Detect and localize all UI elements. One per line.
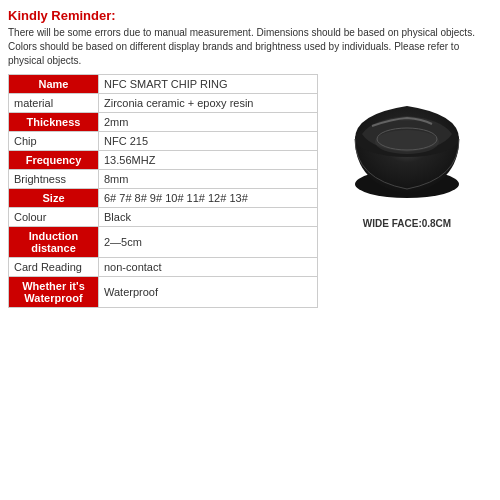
row-value-6: 6# 7# 8# 9# 10# 11# 12# 13# [99,189,318,208]
table-row: materialZirconia ceramic + epoxy resin [9,94,318,113]
row-label-3: Chip [9,132,99,151]
row-label-4: Frequency [9,151,99,170]
row-label-8: Induction distance [9,227,99,258]
main-container: Kindly Reminder: There will be some erro… [0,0,500,500]
row-value-3: NFC 215 [99,132,318,151]
table-row: Induction distance2—5cm [9,227,318,258]
specs-table: NameNFC SMART CHIP RINGmaterialZirconia … [8,74,318,308]
row-value-5: 8mm [99,170,318,189]
row-label-2: Thickness [9,113,99,132]
table-row: Frequency13.56MHZ [9,151,318,170]
row-label-0: Name [9,75,99,94]
row-label-10: Whether it's Waterproof [9,277,99,308]
table-row: ChipNFC 215 [9,132,318,151]
row-value-9: non-contact [99,258,318,277]
table-section: NameNFC SMART CHIP RINGmaterialZirconia … [8,74,318,492]
wide-face-label: WIDE FACE:0.8CM [363,218,451,229]
row-label-1: material [9,94,99,113]
row-label-9: Card Reading [9,258,99,277]
main-content: NameNFC SMART CHIP RINGmaterialZirconia … [8,74,492,492]
reminder-text: There will be some errors due to manual … [8,26,492,68]
row-value-10: Waterproof [99,277,318,308]
row-label-7: Colour [9,208,99,227]
reminder-section: Kindly Reminder: There will be some erro… [8,8,492,68]
table-row: Thickness2mm [9,113,318,132]
ring-image [337,84,477,214]
table-row: Size6# 7# 8# 9# 10# 11# 12# 13# [9,189,318,208]
table-row: NameNFC SMART CHIP RING [9,75,318,94]
table-row: Brightness8mm [9,170,318,189]
row-value-0: NFC SMART CHIP RING [99,75,318,94]
table-row: Whether it's WaterproofWaterproof [9,277,318,308]
table-row: Card Readingnon-contact [9,258,318,277]
table-row: ColourBlack [9,208,318,227]
row-value-2: 2mm [99,113,318,132]
reminder-title: Kindly Reminder: [8,8,492,23]
image-section: WIDE FACE:0.8CM [322,74,492,492]
row-value-4: 13.56MHZ [99,151,318,170]
row-value-7: Black [99,208,318,227]
row-label-5: Brightness [9,170,99,189]
row-label-6: Size [9,189,99,208]
row-value-8: 2—5cm [99,227,318,258]
row-value-1: Zirconia ceramic + epoxy resin [99,94,318,113]
